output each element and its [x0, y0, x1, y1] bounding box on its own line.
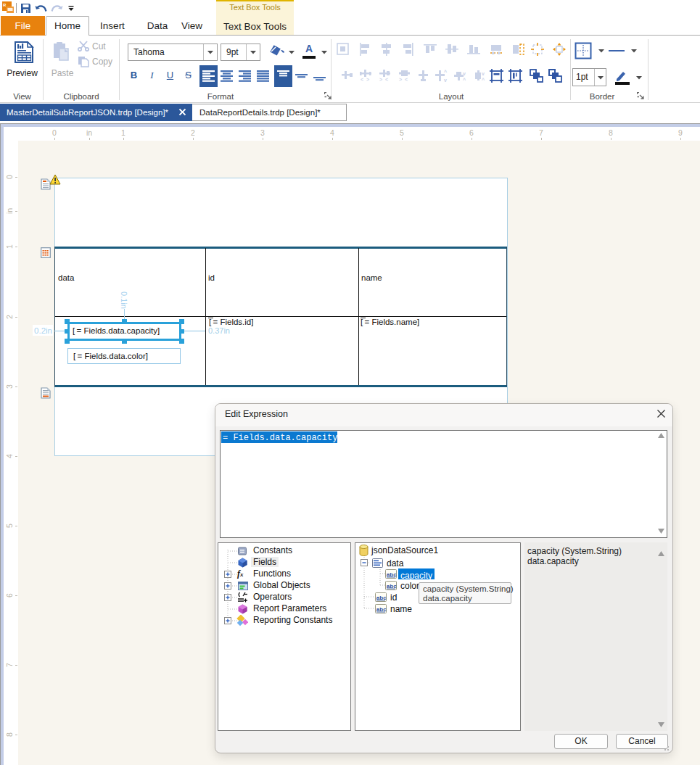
- svg-text:v: v: [463, 71, 466, 76]
- svg-text:abc: abc: [376, 606, 387, 613]
- svg-text:v: v: [444, 78, 447, 82]
- svg-text:abc: abc: [387, 583, 397, 590]
- svg-text:^: ^: [444, 70, 447, 75]
- svg-text:<: <: [361, 77, 363, 82]
- svg-text:v: v: [482, 71, 485, 76]
- svg-text:abc: abc: [376, 595, 387, 601]
- svg-text:<: <: [385, 77, 388, 82]
- svg-text:>: >: [379, 77, 382, 82]
- svg-text:R: R: [3, 3, 7, 7]
- svg-text:^: ^: [482, 78, 485, 82]
- svg-text:>: >: [366, 77, 369, 82]
- svg-text:>: >: [399, 77, 402, 82]
- svg-text:<: <: [405, 77, 408, 82]
- svg-text:abc: abc: [387, 571, 397, 578]
- svg-text:^: ^: [463, 78, 466, 82]
